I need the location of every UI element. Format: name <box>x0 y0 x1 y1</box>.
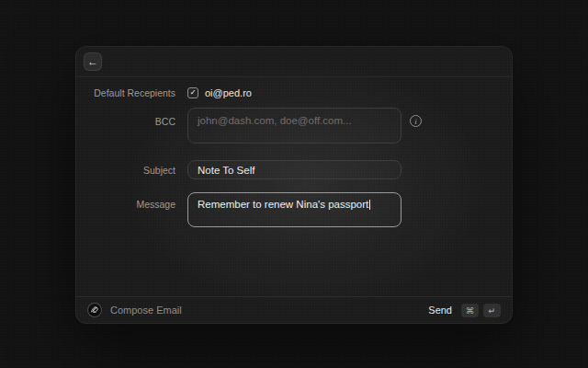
default-recipients-value: oi@ped.ro <box>205 87 252 98</box>
bcc-label: BCC <box>76 108 175 127</box>
message-row: Message Remember to renew Nina's passpor… <box>76 192 512 227</box>
footer-left: Compose Email <box>87 303 182 317</box>
footer-right: Send ⌘ ↵ <box>428 304 501 317</box>
subject-label: Subject <box>76 165 175 176</box>
command-key-icon: ⌘ <box>461 304 479 317</box>
message-input[interactable]: Remember to renew Nina's passport <box>187 192 401 227</box>
default-recipients-checkbox[interactable]: ✓ <box>187 87 198 98</box>
info-icon-glyph: i <box>414 117 417 126</box>
default-recipients-control: ✓ oi@ped.ro <box>187 87 252 98</box>
compose-form: Default Recepients ✓ oi@ped.ro BCC i Sub… <box>76 77 512 227</box>
message-label: Message <box>76 192 175 210</box>
back-button[interactable]: ← <box>84 52 102 71</box>
back-arrow-icon: ← <box>87 56 98 67</box>
text-cursor <box>369 200 370 210</box>
info-icon[interactable]: i <box>410 115 422 127</box>
subject-input[interactable] <box>187 160 401 179</box>
default-recipients-row: Default Recepients ✓ oi@ped.ro <box>76 86 512 99</box>
page-background: { "colors": { "page_bg": "#131313", "mod… <box>0 0 588 368</box>
app-title: Compose Email <box>110 305 182 316</box>
subject-row: Subject <box>76 160 512 179</box>
bcc-input[interactable] <box>187 108 401 144</box>
compose-email-modal: ← Default Recepients ✓ oi@ped.ro BCC i S… <box>75 46 513 324</box>
modal-header: ← <box>76 47 512 77</box>
scribble-logo-icon <box>87 303 102 317</box>
send-button[interactable]: Send <box>428 305 452 316</box>
modal-footer: Compose Email Send ⌘ ↵ <box>76 296 512 323</box>
message-text: Remember to renew Nina's passport <box>198 199 368 210</box>
return-key-icon: ↵ <box>483 304 501 317</box>
default-recipients-label: Default Recepients <box>76 87 175 98</box>
checkmark-icon: ✓ <box>190 89 197 97</box>
bcc-row: BCC i <box>76 108 512 144</box>
